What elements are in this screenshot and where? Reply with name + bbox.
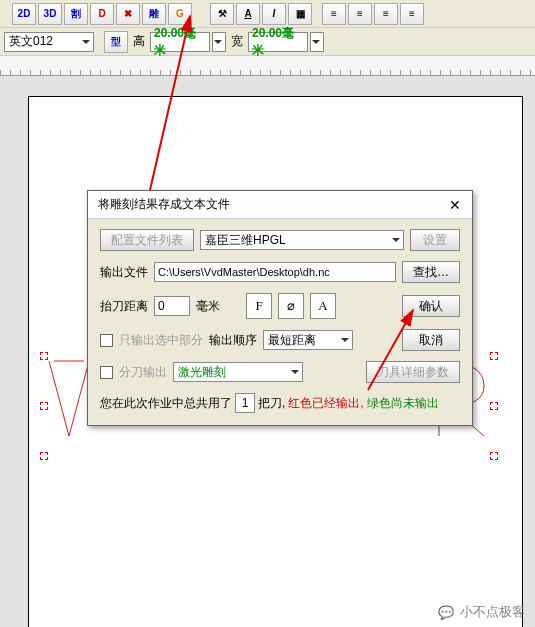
watermark: 💬 小不点极客 <box>438 603 525 621</box>
hammer-icon[interactable]: ⚒ <box>210 3 234 25</box>
x-button[interactable]: ✖ <box>116 3 140 25</box>
text-a-button[interactable]: A <box>236 3 260 25</box>
summary-text-b: 把刀, <box>258 395 285 412</box>
lift-distance-label: 抬刀距离 <box>100 298 148 315</box>
close-icon[interactable]: ✕ <box>444 194 466 216</box>
output-order-label: 输出顺序 <box>209 332 257 349</box>
tool-count: 1 <box>235 393 255 413</box>
cut-button[interactable]: 割 <box>64 3 88 25</box>
align-center-button[interactable]: ≡ <box>348 3 372 25</box>
ruler-horizontal <box>0 56 535 76</box>
dialog-title: 将雕刻结果存成文本文件 <box>98 196 230 213</box>
align-just-button[interactable]: ≡ <box>400 3 424 25</box>
align-right-button[interactable]: ≡ <box>374 3 398 25</box>
only-selected-label: 只输出选中部分 <box>119 332 203 349</box>
g-export-button[interactable]: G <box>168 3 192 25</box>
g-icon-button[interactable]: ⌀ <box>278 293 304 319</box>
width-label: 宽 <box>228 33 246 50</box>
height-input[interactable]: 20.00毫米 <box>150 32 210 52</box>
summary-text-a: 您在此次作业中总共用了 <box>100 395 232 412</box>
output-file-label: 输出文件 <box>100 264 148 281</box>
mode-3d-button[interactable]: 3D <box>38 3 62 25</box>
text-i-button[interactable]: I <box>262 3 286 25</box>
split-tool-checkbox[interactable] <box>100 366 113 379</box>
height-label: 高 <box>130 33 148 50</box>
font-dropdown[interactable]: 英文012 <box>4 32 94 52</box>
a-icon-button[interactable]: A <box>310 293 336 319</box>
mode-2d-button[interactable]: 2D <box>12 3 36 25</box>
output-order-dropdown[interactable]: 最短距离 <box>263 330 353 350</box>
config-list-button[interactable]: 配置文件列表 <box>100 229 194 251</box>
output-path-input[interactable]: C:\Users\VvdMaster\Desktop\dh.nc <box>154 262 396 282</box>
align-left-button[interactable]: ≡ <box>322 3 346 25</box>
summary-text-green: 绿色尚未输出 <box>367 395 439 412</box>
cancel-button[interactable]: 取消 <box>402 329 460 351</box>
carve-button[interactable]: 雕 <box>142 3 166 25</box>
width-unit-dropdown[interactable] <box>310 32 324 52</box>
lift-unit-label: 毫米 <box>196 298 220 315</box>
width-input[interactable]: 20.00毫米 <box>248 32 308 52</box>
settings-button[interactable]: 设置 <box>410 229 460 251</box>
f-icon-button[interactable]: F <box>246 293 272 319</box>
d-button[interactable]: D <box>90 3 114 25</box>
group-button[interactable]: ▦ <box>288 3 312 25</box>
ok-button[interactable]: 确认 <box>402 295 460 317</box>
type-button[interactable]: 型 <box>104 31 128 53</box>
summary-text-red: 红色已经输出, <box>288 395 363 412</box>
laser-dropdown[interactable]: 激光雕刻 <box>173 362 303 382</box>
config-dropdown[interactable]: 嘉臣三维HPGL <box>200 230 404 250</box>
browse-button[interactable]: 查找… <box>402 261 460 283</box>
tool-params-button[interactable]: 刀具详细参数 <box>366 361 460 383</box>
height-unit-dropdown[interactable] <box>212 32 226 52</box>
only-selected-checkbox[interactable] <box>100 334 113 347</box>
toolbar-text: 英文012 型 高 20.00毫米 宽 20.00毫米 <box>0 28 535 56</box>
dialog-titlebar[interactable]: 将雕刻结果存成文本文件 ✕ <box>88 191 472 219</box>
wechat-icon: 💬 <box>438 605 454 620</box>
export-text-dialog: 将雕刻结果存成文本文件 ✕ 配置文件列表 嘉臣三维HPGL 设置 输出文件 C:… <box>87 190 473 426</box>
split-tool-label: 分刀输出 <box>119 364 167 381</box>
lift-distance-input[interactable]: 0 <box>154 296 190 316</box>
